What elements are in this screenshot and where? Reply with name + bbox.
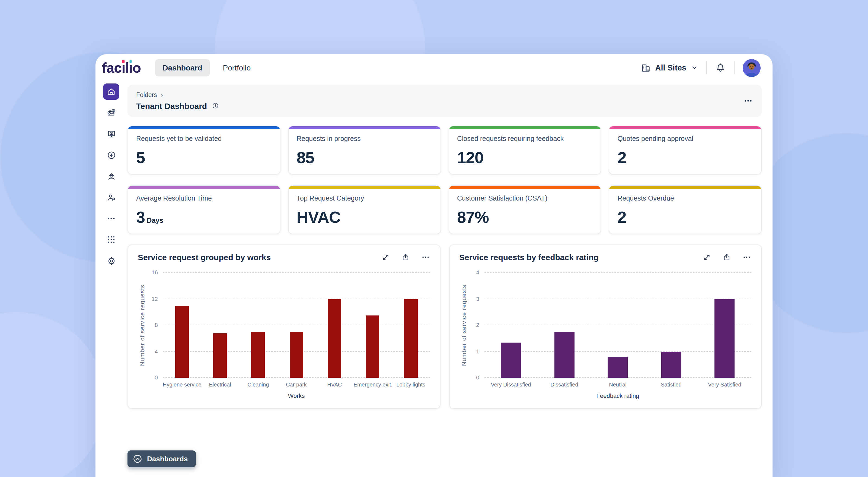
notification-bell-icon[interactable] [715,62,726,73]
kiosk-icon [106,129,116,139]
bar[interactable] [538,273,591,378]
kpi-accent-strip [449,186,601,189]
settings-gear-icon [106,255,116,266]
kpi-label: Quotes pending approval [618,135,753,142]
kpi-card-requests-overdue[interactable]: Requests Overdue 2 [609,185,762,234]
chevron-down-icon [691,64,698,72]
camera-expense-icon: $ [106,108,116,118]
y-tick-label: 4 [155,348,158,354]
breadcrumb-folders[interactable]: Folders [136,92,157,98]
kpi-accent-strip [128,126,280,129]
bar[interactable] [163,273,201,378]
kpi-label: Customer Satisfaction (CSAT) [457,195,593,202]
more-icon [106,213,116,223]
x-axis-labels: Very DissatisfiedDissatisfiedNeutralSati… [484,382,751,387]
kpi-label: Requests Overdue [618,195,753,202]
bar[interactable] [354,273,392,378]
site-selector-label: All Sites [655,63,686,72]
y-tick-label: 12 [152,295,158,302]
dashboard-more-options-icon[interactable] [743,96,753,106]
x-category-label: Hygiene services [163,382,201,387]
x-category-label: Very Dissatisfied [484,382,538,387]
x-axis-labels: Hygiene servicesElectricalCleaningCar pa… [163,382,430,387]
kpi-row-2: Average Resolution Time 3Days Top Reques… [127,185,762,234]
kpi-label: Requests yet to be validated [136,135,272,142]
x-axis-title: Feedback rating [484,393,751,399]
kpi-accent-strip [289,126,440,129]
sidebar-item-settings[interactable] [103,252,119,269]
chevron-up-circle-icon [132,454,143,464]
kpi-card-quotes-pending[interactable]: Quotes pending approval 2 [609,126,762,174]
export-icon[interactable] [722,252,731,262]
kpi-label: Requests in progress [297,135,432,142]
y-tick-label: 16 [152,269,158,275]
kpi-accent-strip [449,126,601,129]
sidebar-item-more[interactable] [103,210,119,227]
bar[interactable] [484,273,538,378]
bar[interactable] [392,273,430,378]
site-selector-dropdown[interactable]: All Sites [641,63,698,73]
svg-text:$: $ [113,109,114,112]
more-options-icon[interactable] [421,252,430,262]
tab-dashboard[interactable]: Dashboard [155,59,210,76]
left-sidebar: $ [101,83,122,269]
dashboard-content: Folders › Tenant Dashboard [127,84,762,409]
bar[interactable] [201,273,239,378]
tab-portfolio[interactable]: Portfolio [215,59,258,76]
y-axis-title: Number of service requests [139,284,145,366]
bar[interactable] [315,273,354,378]
kpi-card-requests-to-validate[interactable]: Requests yet to be validated 5 [127,126,280,174]
x-category-label: Neutral [591,382,645,387]
worker-icon [106,171,116,181]
sidebar-item-expenses[interactable]: $ [103,105,119,121]
logo-dot-pink [122,60,124,63]
kpi-label: Average Resolution Time [136,195,272,202]
info-icon[interactable] [211,102,219,109]
expand-icon[interactable] [703,253,711,262]
kpi-value: HVAC [297,209,432,226]
more-options-icon[interactable] [742,252,751,262]
bar[interactable] [645,273,698,378]
sidebar-item-home[interactable] [103,83,119,100]
x-category-label: Very Satisfied [698,382,751,387]
x-category-label: Cleaning [239,382,277,387]
logo-dot-teal [129,60,132,63]
dashboard-header-bar: Folders › Tenant Dashboard [127,84,762,117]
kpi-label: Closed requests requiring feedback [457,135,593,142]
bar[interactable] [591,273,645,378]
sidebar-item-kiosk[interactable] [103,126,119,142]
sidebar-item-workforce[interactable] [103,168,119,184]
bar[interactable] [698,273,751,378]
page-background: facılıo Dashboard Portfolio All Sites [0,0,868,477]
kpi-card-closed-requiring-feedback[interactable]: Closed requests requiring feedback 120 [448,126,601,174]
sidebar-item-apps[interactable] [103,232,119,248]
kpi-card-requests-in-progress[interactable]: Requests in progress 85 [288,126,441,174]
navbar-divider [734,61,735,74]
user-avatar[interactable] [743,59,761,77]
bar[interactable] [277,273,315,378]
y-tick-label: 3 [476,295,479,302]
kpi-value: 2 [618,149,753,166]
sidebar-item-energy[interactable] [103,147,119,163]
kpi-card-avg-resolution-time[interactable]: Average Resolution Time 3Days [127,185,280,234]
home-icon [106,87,116,97]
kpi-label: Top Request Category [297,195,432,202]
expand-icon[interactable] [381,253,390,262]
kpi-value: 85 [297,149,432,166]
kpi-card-csat[interactable]: Customer Satisfaction (CSAT) 87% [448,185,601,234]
sidebar-item-services[interactable] [103,189,119,205]
kpi-value: 5 [136,149,272,166]
kpi-accent-strip [610,186,762,189]
bar[interactable] [239,273,277,378]
charts-row: Service request grouped by works [127,244,762,409]
chart-service-requests-by-works: Service request grouped by works [127,244,440,409]
kpi-card-top-request-category[interactable]: Top Request Category HVAC [288,185,441,234]
sites-building-icon [641,63,651,73]
chart-title: Service requests by feedback rating [459,252,599,262]
dashboards-button[interactable]: Dashboards [127,450,196,467]
y-axis-title: Number of service requests [460,284,467,366]
top-navbar: facılıo Dashboard Portfolio All Sites [95,54,773,81]
kpi-value: 120 [457,149,593,166]
kpi-accent-strip [610,126,762,129]
export-icon[interactable] [401,252,410,262]
